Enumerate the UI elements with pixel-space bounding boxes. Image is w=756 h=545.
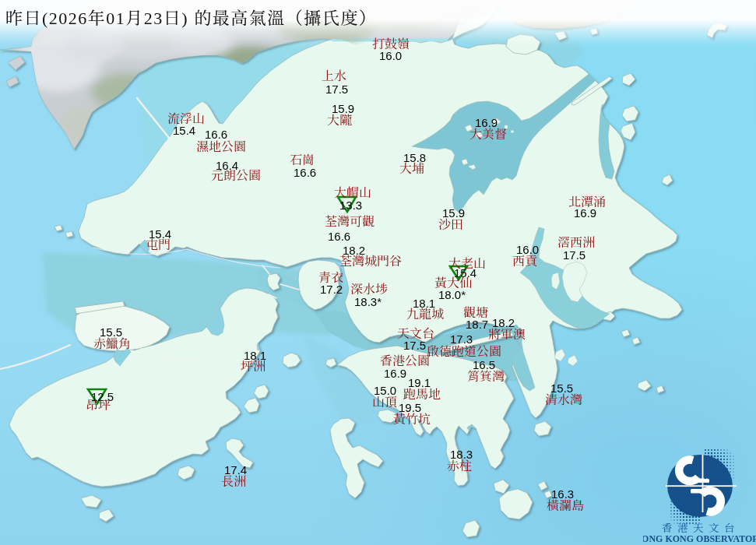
svg-text:香港天文台: 香港天文台 [662,519,740,535]
svg-text:HONG KONG OBSERVATORY: HONG KONG OBSERVATORY [643,533,756,544]
